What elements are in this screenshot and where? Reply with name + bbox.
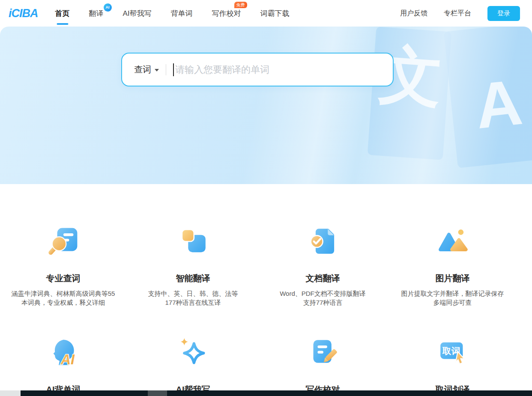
feature-card-document-translate[interactable]: 文档翻译 Word、PDF文档不变排版翻译 支持77种语言	[258, 226, 388, 337]
link-user-feedback[interactable]: 用户反馈	[400, 9, 427, 18]
ai-head-icon: AI	[48, 337, 79, 368]
active-tab-underline	[57, 23, 68, 25]
search-bar: 查词	[121, 53, 394, 86]
feature-title: 图片翻译	[436, 273, 470, 284]
nav-item-download-label: 词霸下载	[260, 9, 290, 18]
smart-translate-icon	[178, 226, 209, 257]
main-nav: 首页 翻译 AI AI帮我写 背单词 写作校对 免费 词霸下载	[55, 9, 290, 18]
word-pick-icon: 取词	[437, 337, 468, 368]
feature-title: 专业查词	[46, 273, 81, 284]
taskbar-edge	[0, 390, 532, 396]
taskbar-light-segment	[0, 390, 21, 396]
nav-item-vocabulary-label: 背单词	[171, 9, 193, 18]
feature-desc: 图片提取文字并翻译，翻译记录保存 多端同步可查	[390, 289, 515, 307]
feature-desc: 支持中、英、日、韩、德、法等 177种语言在线互译	[131, 289, 256, 307]
search-input[interactable]	[175, 54, 393, 86]
iciba-homepage: iCIBA 首页 翻译 AI AI帮我写 背单词 写作校对 免费 词霸下载	[0, 0, 532, 396]
login-button[interactable]: 登录	[487, 6, 520, 21]
nav-item-ai-writing[interactable]: AI帮我写	[123, 9, 152, 18]
feature-title: 文档翻译	[306, 273, 340, 284]
feature-card-ai-writer[interactable]: AI帮我写	[128, 337, 258, 396]
nav-item-home[interactable]: 首页	[55, 9, 70, 18]
search-mode-label: 查词	[134, 64, 151, 75]
free-badge: 免费	[234, 2, 247, 8]
top-nav-bar: iCIBA 首页 翻译 AI AI帮我写 背单词 写作校对 免费 词霸下载	[0, 0, 532, 27]
dictionary-search-icon	[48, 226, 79, 257]
feature-card-dictionary[interactable]: 专业查词 涵盖牛津词典、柯林斯高级词典等55 本词典，专业权威，释义详细	[0, 226, 128, 337]
feature-desc: Word、PDF文档不变排版翻译 支持77种语言	[260, 289, 386, 307]
header-right: 用户反馈 专栏平台 登录	[400, 6, 520, 21]
feature-card-word-picker[interactable]: 取词 取词划译	[388, 337, 517, 396]
nav-item-ai-writing-label: AI帮我写	[123, 9, 152, 18]
writing-pencil-icon	[308, 337, 338, 368]
search-divider	[166, 64, 166, 75]
nav-item-proofread-label: 写作校对	[212, 9, 241, 18]
nav-item-proofread[interactable]: 写作校对 免费	[212, 9, 241, 18]
ai-head-icon-text: AI	[60, 352, 75, 367]
feature-card-proofread[interactable]: 写作校对	[258, 337, 388, 396]
iciba-logo[interactable]: iCIBA	[9, 7, 38, 20]
nav-item-translate[interactable]: 翻译 AI	[89, 9, 104, 18]
nav-item-download[interactable]: 词霸下载	[260, 9, 290, 18]
link-column-platform[interactable]: 专栏平台	[444, 9, 471, 18]
features-grid: 专业查词 涵盖牛津词典、柯林斯高级词典等55 本词典，专业权威，释义详细 智能翻…	[0, 226, 517, 396]
image-mountains-icon	[437, 226, 468, 257]
hero-banner: 文 A 查词	[0, 27, 532, 184]
taskbar-mid-segment	[148, 390, 167, 396]
chevron-down-icon	[155, 69, 159, 71]
feature-desc: 涵盖牛津词典、柯林斯高级词典等55 本词典，专业权威，释义详细	[1, 289, 126, 307]
banner-light-streaks	[0, 27, 532, 184]
feature-card-smart-translate[interactable]: 智能翻译 支持中、英、日、韩、德、法等 177种语言在线互译	[128, 226, 258, 337]
search-mode-dropdown[interactable]: 查词	[134, 64, 159, 75]
nav-item-translate-label: 翻译	[89, 9, 104, 18]
document-check-icon	[308, 226, 338, 257]
feature-title: 智能翻译	[176, 273, 210, 284]
feature-card-ai-vocabulary[interactable]: AI AI背单词	[0, 337, 128, 396]
nav-item-vocabulary[interactable]: 背单词	[171, 9, 193, 18]
ai-badge: AI	[104, 3, 112, 12]
nav-item-home-label: 首页	[55, 9, 70, 18]
ai-star-icon	[178, 337, 209, 368]
feature-card-image-translate[interactable]: 图片翻译 图片提取文字并翻译，翻译记录保存 多端同步可查	[388, 226, 517, 337]
text-cursor	[173, 63, 174, 76]
